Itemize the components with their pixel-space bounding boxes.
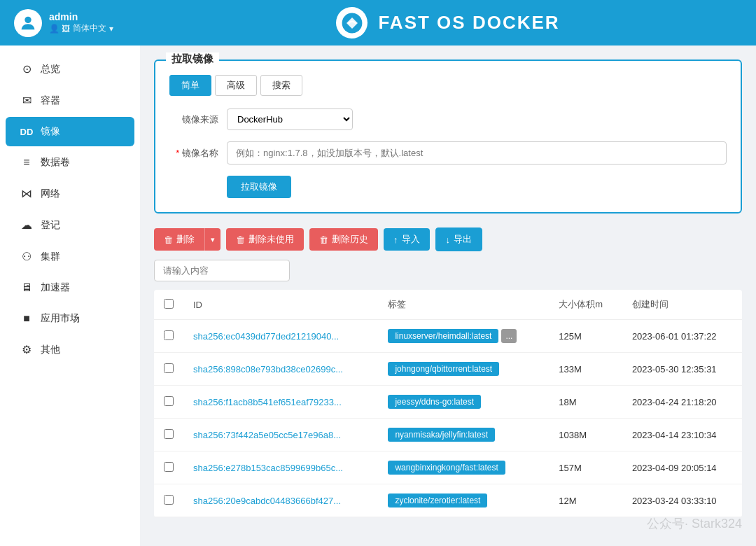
row-id-1: sha256:898c08e793bd38ce02699c...: [183, 353, 378, 386]
header-checkbox-cell: [154, 290, 183, 320]
volume-icon: ≡: [20, 156, 34, 169]
row-created-2: 2023-04-24 21:18:20: [622, 386, 742, 419]
delete-label: 删除: [176, 233, 195, 246]
layout: ⊙ 总览 ✉ 容器 DD 镜像 ≡ 数据卷 ⋈ 网络 ☁ 登记 ⚇ 集群 🖥: [0, 46, 756, 546]
sidebar-label-network: 网络: [41, 188, 60, 200]
header-center: FAST OS DOCKER: [154, 7, 742, 38]
network-icon: ⋈: [20, 187, 34, 200]
sidebar-item-accelerator[interactable]: 🖥 加速器: [6, 273, 134, 302]
row-tag-1: johngong/qbittorrent:latest: [378, 353, 549, 386]
name-label: 镜像名称: [169, 147, 218, 160]
avatar: [14, 9, 42, 37]
username: admin: [49, 11, 113, 22]
tab-advanced[interactable]: 高级: [215, 75, 257, 96]
delete-history-button[interactable]: 🗑 删除历史: [309, 228, 378, 251]
row-checkbox-cell: [154, 320, 183, 353]
export-label: 导出: [454, 233, 472, 246]
row-checkbox-cell: [154, 386, 183, 419]
row-tag-3: nyanmisaka/jellyfin:latest: [378, 419, 549, 451]
download-icon: ↓: [446, 234, 451, 245]
appmarket-icon: ■: [20, 312, 34, 325]
sidebar-label-volume: 数据卷: [41, 156, 70, 169]
row-checkbox-2[interactable]: [164, 396, 174, 406]
row-id-3: sha256:73f442a5e05cc5e17e96a8...: [183, 419, 378, 451]
sidebar-item-container[interactable]: ✉ 容器: [6, 85, 134, 115]
row-id-2: sha256:f1acb8b541ef651eaf79233...: [183, 386, 378, 419]
sidebar-label-cluster: 集群: [41, 251, 60, 263]
import-button[interactable]: ↑ 导入: [384, 228, 430, 251]
delete-history-label: 删除历史: [332, 233, 368, 246]
row-checkbox-3[interactable]: [164, 429, 174, 439]
row-tag-5: zyclonite/zerotier:latest: [378, 484, 549, 517]
row-tag-4: wangbinxingkong/fast:latest: [378, 451, 549, 484]
sidebar-label-appmarket: 应用市场: [41, 312, 80, 325]
row-checkbox-cell: [154, 484, 183, 517]
sidebar-label-registry: 登记: [41, 219, 60, 232]
tab-simple[interactable]: 简单: [169, 75, 211, 96]
trash-icon: 🗑: [164, 234, 173, 245]
search-input[interactable]: [154, 260, 290, 281]
source-label: 镜像来源: [169, 113, 218, 126]
sidebar-item-image[interactable]: DD 镜像: [6, 117, 134, 146]
row-checkbox-cell: [154, 353, 183, 386]
pull-card: 拉取镜像 简单 高级 搜索 镜像来源 DockerHub 自定义 镜像名称: [154, 59, 742, 214]
main-content: 拉取镜像 简单 高级 搜索 镜像来源 DockerHub 自定义 镜像名称: [140, 46, 756, 546]
sidebar-item-cluster[interactable]: ⚇ 集群: [6, 241, 134, 272]
accelerator-icon: 🖥: [20, 281, 34, 294]
row-checkbox-5[interactable]: [164, 495, 174, 505]
pull-button[interactable]: 拉取镜像: [227, 176, 291, 198]
row-checkbox-cell: [154, 451, 183, 484]
container-icon: ✉: [20, 94, 34, 107]
sidebar-item-appmarket[interactable]: ■ 应用市场: [6, 304, 134, 333]
table-row: sha256:ec0439dd77ded21219040... linuxser…: [154, 320, 742, 353]
image-name-input[interactable]: [227, 141, 727, 164]
sidebar-item-other[interactable]: ⚙ 其他: [6, 335, 134, 365]
row-tag-0: linuxserver/heimdall:latest ...: [378, 320, 549, 353]
trash3-icon: 🗑: [319, 234, 328, 245]
delete-button[interactable]: 🗑 删除: [154, 228, 204, 251]
name-row: 镜像名称: [169, 141, 727, 164]
row-created-5: 2023-03-24 03:33:10: [622, 484, 742, 517]
sidebar-label-container: 容器: [41, 94, 60, 107]
sidebar-label-overview: 总览: [41, 63, 60, 76]
svg-point-0: [24, 16, 31, 22]
table-row: sha256:73f442a5e05cc5e17e96a8... nyanmis…: [154, 419, 742, 451]
col-tag: 标签: [378, 290, 549, 320]
row-created-4: 2023-04-09 20:05:14: [622, 451, 742, 484]
row-size-2: 18M: [549, 386, 622, 419]
delete-dropdown-btn[interactable]: ▾: [204, 228, 220, 251]
table-header-row: ID 标签 大小体积m 创建时间: [154, 290, 742, 320]
select-all-checkbox[interactable]: [164, 299, 174, 309]
sidebar-item-volume[interactable]: ≡ 数据卷: [6, 148, 134, 177]
sidebar-label-other: 其他: [41, 344, 60, 356]
overview-icon: ⊙: [20, 62, 34, 76]
tab-search[interactable]: 搜索: [260, 75, 302, 96]
source-row: 镜像来源 DockerHub 自定义: [169, 108, 727, 130]
pull-tabs: 简单 高级 搜索: [169, 75, 727, 96]
image-table: ID 标签 大小体积m 创建时间 sha256:ec0439dd77ded212…: [154, 290, 742, 517]
row-checkbox-0[interactable]: [164, 330, 174, 340]
table-row: sha256:898c08e793bd38ce02699c... johngon…: [154, 353, 742, 386]
delete-unused-label: 删除未使用: [248, 233, 294, 246]
row-checkbox-1[interactable]: [164, 363, 174, 373]
import-label: 导入: [402, 233, 420, 246]
source-select[interactable]: DockerHub 自定义: [227, 108, 353, 130]
row-id-0: sha256:ec0439dd77ded21219040...: [183, 320, 378, 353]
sidebar-item-network[interactable]: ⋈ 网络: [6, 178, 134, 209]
table-row: sha256:20e9cabdc04483666bf427... zycloni…: [154, 484, 742, 517]
pull-btn-row: 拉取镜像: [169, 176, 727, 198]
row-size-5: 12M: [549, 484, 622, 517]
chevron-down-icon[interactable]: ▾: [109, 24, 113, 34]
sidebar-item-overview[interactable]: ⊙ 总览: [6, 54, 134, 84]
delete-unused-button[interactable]: 🗑 删除未使用: [226, 228, 304, 251]
row-created-0: 2023-06-01 01:37:22: [622, 320, 742, 353]
lang-label: 简体中文: [73, 22, 106, 34]
row-size-0: 125M: [549, 320, 622, 353]
header-left: admin 👤 🖼 简体中文 ▾: [14, 9, 154, 37]
row-created-1: 2023-05-30 12:35:31: [622, 353, 742, 386]
row-checkbox-4[interactable]: [164, 462, 174, 472]
export-button[interactable]: ↓ 导出: [435, 227, 483, 251]
sidebar-item-registry[interactable]: ☁ 登记: [6, 210, 134, 240]
col-id: ID: [183, 290, 378, 320]
col-size: 大小体积m: [549, 290, 622, 320]
